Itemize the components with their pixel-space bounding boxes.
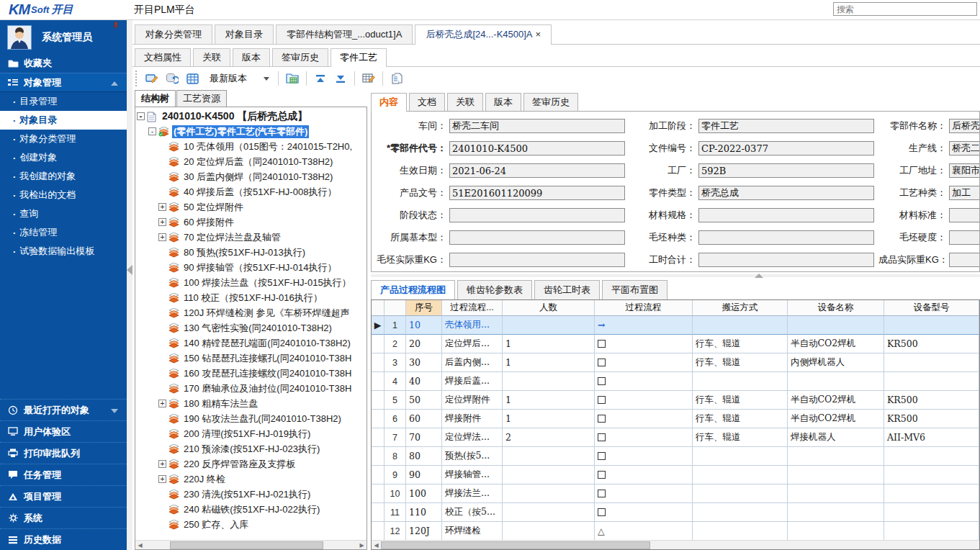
process-name-cell[interactable]: 焊接轴管... [442,466,503,484]
transport-mode-cell[interactable]: 行车、辊道 [693,353,788,372]
scrollbar-thumb[interactable] [170,541,323,549]
table-row[interactable]: 4 40 焊接后盖... [372,372,979,391]
edit-object-button[interactable] [143,70,161,87]
process-name-cell[interactable]: 预热(按5... [442,447,503,466]
table-row[interactable]: 6 60 焊接附件 1 行车、辊道 半自动CO2焊机 KR500 [372,410,979,428]
equipment-model-cell[interactable] [884,353,979,372]
form-field-input[interactable] [949,208,980,222]
row-selector-cell[interactable] [372,410,385,428]
table-header-cell[interactable]: 设备型号 [884,300,979,316]
table-header-cell[interactable] [372,300,385,316]
people-count-cell[interactable]: 1 [503,391,595,410]
form-field-input[interactable] [698,119,874,133]
table-view-button[interactable] [184,70,201,87]
row-selector-cell[interactable] [372,391,385,410]
people-count-cell[interactable] [503,316,595,335]
tree-process-node[interactable]: 100 焊接法兰盘（按51XF-HJ-015执行） [137,275,367,290]
object-subtab[interactable]: 签审历史 [272,48,328,66]
row-selector-cell[interactable]: ▶ [372,316,385,335]
checkbox-icon[interactable] [598,508,606,516]
tree-selected-node[interactable]: - (零件工艺)零件工艺(汽车零部件) [137,124,367,139]
equipment-model-cell[interactable] [884,372,979,391]
form-field-input[interactable] [949,230,980,245]
document-tab[interactable]: 对象分类管理 [135,24,212,44]
sidebar-child-item[interactable]: 我创建的对象 [0,167,127,186]
process-name-cell[interactable]: 后盖内侧... [442,353,503,372]
equipment-name-cell[interactable] [788,522,884,541]
form-field-input[interactable] [698,208,874,222]
table-header-cell[interactable]: 过程流程 [595,300,693,316]
table-header-cell[interactable]: 人数 [503,300,595,316]
table-header-cell[interactable]: 搬运方式 [693,300,788,316]
chevron-down-icon[interactable] [111,409,118,413]
table-row[interactable]: 2 20 定位焊后... 1 行车、辊道 半自动CO2焊机 KR [372,335,979,353]
checkbox-icon[interactable] [598,377,606,385]
equipment-model-cell[interactable]: KR500 [884,410,979,428]
form-field-input[interactable] [698,253,874,267]
equipment-name-cell[interactable] [788,316,884,335]
row-selector-cell[interactable] [372,466,385,484]
process-name-cell[interactable]: 焊接附件 [442,410,503,428]
people-count-cell[interactable]: 1 [503,335,595,353]
tree-process-node[interactable]: 40 焊接后盖（按51XF-HJ-008执行） [137,184,367,199]
form-field-input[interactable] [449,253,625,267]
equipment-model-cell[interactable] [884,466,979,484]
edit-table-button[interactable] [360,70,377,87]
object-subtab[interactable]: 文档属性 [135,48,191,66]
collapse-node-icon[interactable]: - [148,127,156,135]
table-row[interactable]: 8 80 预热(按5... [372,447,979,466]
tree-process-node[interactable]: 150 钻琵琶孔连接螺孔(同2401010-T38H [137,351,367,366]
expand-node-icon[interactable]: + [158,203,166,211]
people-count-cell[interactable] [503,503,595,522]
object-subtab[interactable]: 零件工艺 [331,48,387,67]
row-selector-cell[interactable] [372,335,385,353]
form-field-input[interactable] [949,163,980,178]
table-row[interactable]: 11 110 校正（按5... [372,503,979,522]
process-name-cell[interactable]: 定位焊后... [442,335,503,353]
scrollbar-thumb[interactable] [381,541,650,549]
collapse-to-bottom-button[interactable] [332,70,349,87]
process-flow-cell[interactable] [595,372,693,391]
row-selector-cell[interactable] [372,353,385,372]
tree-tab[interactable]: 结构树 [135,90,176,107]
sequence-cell[interactable]: 120J [406,522,442,541]
people-count-cell[interactable] [503,522,595,541]
equipment-model-cell[interactable] [884,484,979,503]
copy-document-button[interactable] [388,70,405,87]
equipment-model-cell[interactable] [884,522,979,541]
table-row[interactable]: 3 30 后盖内侧... 1 行车、辊道 内侧焊机器人 [372,353,979,372]
tree-horizontal-scrollbar[interactable]: ◀ ▶ [135,540,367,549]
form-field-input[interactable] [949,253,980,267]
detail-tab[interactable]: 关联 [447,93,483,111]
grid-tab[interactable]: 锥齿轮参数表 [457,280,532,299]
scrollbar-track[interactable] [145,541,357,550]
collapse-left-icon[interactable] [127,265,132,275]
form-field-input[interactable] [949,186,980,200]
export-table-button[interactable] [284,70,301,87]
equipment-model-cell[interactable]: AII-MV6 [884,428,979,447]
sequence-cell[interactable]: 30 [406,353,442,372]
tree-process-node[interactable]: 240 粘磁铁(按51XF-HJ-022执行) [137,502,367,517]
form-field-input[interactable] [449,141,625,155]
people-count-cell[interactable] [503,372,595,391]
process-flow-cell[interactable] [595,353,693,372]
sequence-cell[interactable]: 110 [406,503,442,522]
sidebar-item-project-management[interactable]: 项目管理 [0,485,127,507]
collapse-up-icon[interactable] [755,274,763,278]
document-tab[interactable]: 后桥壳总成[24...-K4500]A× [415,24,552,45]
grid-tab[interactable]: 齿轮工时表 [534,280,600,299]
tree-process-node[interactable]: 140 精镗琵琶孔端面(同2401010-T38H2) [137,335,367,351]
scroll-left-icon[interactable]: ◀ [372,542,381,549]
equipment-model-cell[interactable]: KR500 [884,391,979,410]
row-selector-cell[interactable] [372,372,385,391]
people-count-cell[interactable] [503,466,595,484]
tree-process-node[interactable]: 110 校正（按51XF-HJ-016执行） [137,290,367,305]
transport-mode-cell[interactable] [693,372,788,391]
tree-process-node[interactable]: 250 贮存、入库 [137,517,367,532]
form-field-input[interactable] [698,141,874,155]
row-selector-cell[interactable] [372,503,385,522]
expand-node-icon[interactable]: + [158,460,166,468]
sidebar-child-item[interactable]: 对象分类管理 [0,130,127,148]
equipment-name-cell[interactable] [788,466,884,484]
tree-process-node[interactable]: 200 清理(按51XF-HJ-019执行) [137,426,367,441]
